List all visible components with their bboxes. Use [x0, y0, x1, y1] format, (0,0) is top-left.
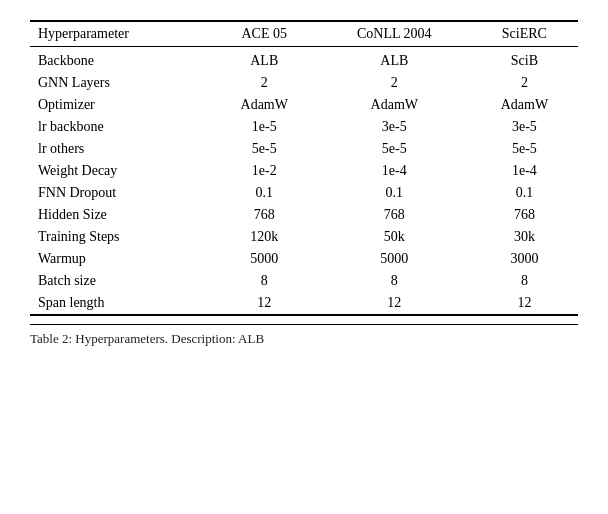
cell-r5-c3: 1e-4: [471, 160, 578, 182]
cell-r3-c0: lr backbone: [30, 116, 211, 138]
cell-r10-c1: 8: [211, 270, 318, 292]
cell-r1-c3: 2: [471, 72, 578, 94]
cell-r4-c0: lr others: [30, 138, 211, 160]
cell-r0-c1: ALB: [211, 47, 318, 73]
cell-r2-c3: AdamW: [471, 94, 578, 116]
cell-r1-c2: 2: [318, 72, 471, 94]
cell-r8-c0: Training Steps: [30, 226, 211, 248]
table-container: Hyperparameter ACE 05 CoNLL 2004 SciERC …: [30, 20, 578, 347]
table-row: Batch size888: [30, 270, 578, 292]
cell-r0-c2: ALB: [318, 47, 471, 73]
table-row: OptimizerAdamWAdamWAdamW: [30, 94, 578, 116]
cell-r11-c1: 12: [211, 292, 318, 315]
table-row: FNN Dropout0.10.10.1: [30, 182, 578, 204]
cell-r1-c1: 2: [211, 72, 318, 94]
col-header-ace05: ACE 05: [211, 21, 318, 47]
table-header-row: Hyperparameter ACE 05 CoNLL 2004 SciERC: [30, 21, 578, 47]
cell-r5-c2: 1e-4: [318, 160, 471, 182]
cell-r9-c0: Warmup: [30, 248, 211, 270]
cell-r0-c0: Backbone: [30, 47, 211, 73]
table-caption: Table 2: Hyperparameters. Description: A…: [30, 324, 578, 347]
table-row: lr others5e-55e-55e-5: [30, 138, 578, 160]
cell-r1-c0: GNN Layers: [30, 72, 211, 94]
cell-r2-c1: AdamW: [211, 94, 318, 116]
hyperparameter-table: Hyperparameter ACE 05 CoNLL 2004 SciERC …: [30, 20, 578, 316]
cell-r11-c0: Span length: [30, 292, 211, 315]
table-row: GNN Layers222: [30, 72, 578, 94]
table-row: Weight Decay1e-21e-41e-4: [30, 160, 578, 182]
cell-r6-c0: FNN Dropout: [30, 182, 211, 204]
col-header-scierc: SciERC: [471, 21, 578, 47]
cell-r7-c3: 768: [471, 204, 578, 226]
cell-r5-c0: Weight Decay: [30, 160, 211, 182]
cell-r9-c1: 5000: [211, 248, 318, 270]
col-header-conll2004: CoNLL 2004: [318, 21, 471, 47]
cell-r0-c3: SciB: [471, 47, 578, 73]
cell-r2-c2: AdamW: [318, 94, 471, 116]
col-header-hyperparameter: Hyperparameter: [30, 21, 211, 47]
cell-r9-c3: 3000: [471, 248, 578, 270]
cell-r3-c1: 1e-5: [211, 116, 318, 138]
cell-r8-c2: 50k: [318, 226, 471, 248]
cell-r7-c2: 768: [318, 204, 471, 226]
cell-r10-c0: Batch size: [30, 270, 211, 292]
cell-r8-c1: 120k: [211, 226, 318, 248]
cell-r7-c1: 768: [211, 204, 318, 226]
cell-r3-c3: 3e-5: [471, 116, 578, 138]
cell-r10-c2: 8: [318, 270, 471, 292]
table-row: Span length121212: [30, 292, 578, 315]
cell-r6-c3: 0.1: [471, 182, 578, 204]
table-row: Hidden Size768768768: [30, 204, 578, 226]
cell-r4-c1: 5e-5: [211, 138, 318, 160]
cell-r8-c3: 30k: [471, 226, 578, 248]
cell-r11-c3: 12: [471, 292, 578, 315]
cell-r6-c1: 0.1: [211, 182, 318, 204]
cell-r5-c1: 1e-2: [211, 160, 318, 182]
cell-r2-c0: Optimizer: [30, 94, 211, 116]
cell-r7-c0: Hidden Size: [30, 204, 211, 226]
cell-r11-c2: 12: [318, 292, 471, 315]
cell-r9-c2: 5000: [318, 248, 471, 270]
cell-r4-c2: 5e-5: [318, 138, 471, 160]
table-row: BackboneALBALBSciB: [30, 47, 578, 73]
table-row: Training Steps120k50k30k: [30, 226, 578, 248]
cell-r4-c3: 5e-5: [471, 138, 578, 160]
cell-r3-c2: 3e-5: [318, 116, 471, 138]
cell-r10-c3: 8: [471, 270, 578, 292]
table-row: Warmup500050003000: [30, 248, 578, 270]
cell-r6-c2: 0.1: [318, 182, 471, 204]
table-row: lr backbone1e-53e-53e-5: [30, 116, 578, 138]
